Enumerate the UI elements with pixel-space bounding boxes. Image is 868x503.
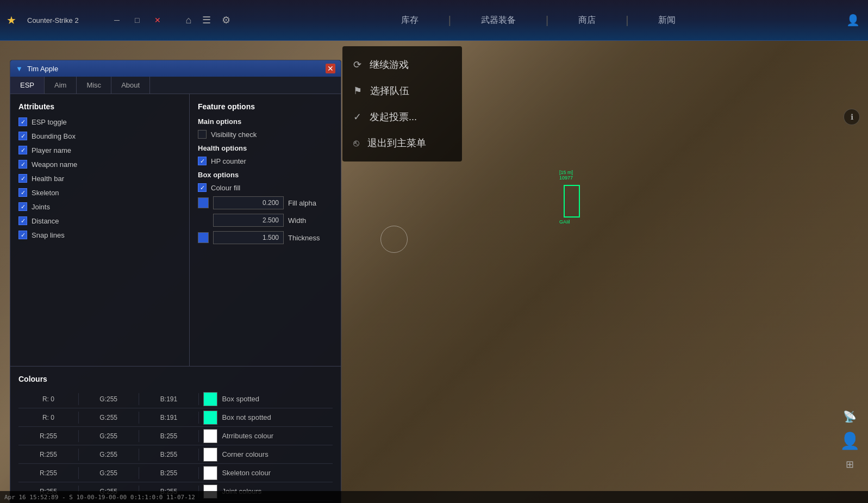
corner-r[interactable]: R:255 <box>18 449 79 461</box>
checkbox-joints[interactable] <box>18 202 27 211</box>
attr-bounding-box: Bounding Box <box>18 132 181 140</box>
menu-vote[interactable]: ✓ 发起投票... <box>342 104 462 130</box>
tab-esp[interactable]: ESP <box>10 77 45 94</box>
status-text: Apr 16 15:52:89 - S 10-00-19-00-00 0:1:1… <box>4 494 195 501</box>
checkbox-health-bar[interactable] <box>18 174 27 183</box>
maximize-button[interactable]: □ <box>132 15 142 26</box>
box-options-heading: Box options <box>198 171 333 179</box>
visibility-check-row: Visibility check <box>198 130 333 139</box>
right-side-icons: ℹ <box>844 109 860 125</box>
skeleton-colour-label: Skeleton colour <box>222 469 333 477</box>
esp-panel: ▼ Tim Apple ✕ ESP Aim Misc About Attribu… <box>10 60 341 503</box>
skeleton-colour-swatch[interactable] <box>203 466 217 480</box>
checkbox-skeleton[interactable] <box>18 188 27 197</box>
attr-snap-lines: Snap lines <box>18 231 181 239</box>
tab-misc[interactable]: Misc <box>77 77 111 94</box>
close-button[interactable]: ✕ <box>152 15 164 26</box>
skeleton-g[interactable]: G:255 <box>79 467 139 479</box>
checkbox-distance[interactable] <box>18 216 27 225</box>
box-not-spotted-g[interactable]: G:255 <box>79 412 139 424</box>
colour-fill-label: Colour fill <box>211 184 240 192</box>
profile-icon[interactable]: 👤 <box>846 14 860 27</box>
checkbox-bounding-box[interactable] <box>18 132 27 140</box>
status-bar: Apr 16 15:52:89 - S 10-00-19-00-00 0:1:1… <box>0 491 868 503</box>
attributes-r[interactable]: R:255 <box>18 430 79 442</box>
checkbox-player-name[interactable] <box>18 146 27 154</box>
box-spotted-swatch[interactable] <box>203 392 217 406</box>
fill-alpha-input[interactable] <box>213 196 284 209</box>
attr-weapon-name: Weapon name <box>18 160 181 169</box>
attr-player-name: Player name <box>18 146 181 154</box>
fill-alpha-swatch[interactable] <box>198 197 209 208</box>
box-spotted-b[interactable]: B:191 <box>139 393 199 405</box>
checkbox-snap-lines[interactable] <box>18 231 27 239</box>
nav-inventory[interactable]: 库存 <box>393 12 427 29</box>
skeleton-b[interactable]: B:255 <box>139 467 199 479</box>
info-icon: ℹ <box>844 109 860 125</box>
inventory-icon[interactable]: ☰ <box>202 14 211 26</box>
panel-triangle-icon: ▼ <box>16 65 23 73</box>
thickness-input[interactable] <box>213 231 284 244</box>
health-options-heading: Health options <box>198 144 333 152</box>
panel-title-area: ▼ Tim Apple <box>16 65 58 73</box>
nav-equipment[interactable]: 武器装备 <box>473 12 524 29</box>
home-icon[interactable]: ⌂ <box>185 15 191 26</box>
attr-esp-toggle: ESP toggle <box>18 117 181 126</box>
attributes-column: Attributes ESP toggle Bounding Box Playe… <box>10 94 190 366</box>
vote-icon: ✓ <box>353 111 361 123</box>
menu-exit[interactable]: ⎋ 退出到主菜单 <box>342 130 462 156</box>
gear-icon-br: 👤 <box>840 431 860 450</box>
attr-player-name-label: Player name <box>32 146 71 154</box>
checkbox-weapon-name[interactable] <box>18 160 27 169</box>
vote-label: 发起投票... <box>370 110 417 123</box>
nav-shop[interactable]: 商店 <box>570 12 604 29</box>
hp-counter-row: HP counter <box>198 157 333 165</box>
panel-header: ▼ Tim Apple ✕ <box>10 60 341 77</box>
attributes-b[interactable]: B:255 <box>139 430 199 442</box>
attributes-colour-label: Atrributes colour <box>222 432 333 440</box>
colour-row-attributes: R:255 G:255 B:255 Atrributes colour <box>18 427 333 445</box>
box-spotted-r[interactable]: R: 0 <box>18 393 79 405</box>
panel-close-button[interactable]: ✕ <box>326 64 335 73</box>
checkbox-visibility-check[interactable] <box>198 130 207 139</box>
tab-bar: ESP Aim Misc About <box>10 77 341 94</box>
thickness-swatch[interactable] <box>198 232 209 243</box>
nav-news[interactable]: 新闻 <box>650 12 684 29</box>
skeleton-r[interactable]: R:255 <box>18 467 79 479</box>
corner-colour-swatch[interactable] <box>203 448 217 462</box>
box-not-spotted-b[interactable]: B:191 <box>139 412 199 424</box>
attr-health-bar: Health bar <box>18 174 181 183</box>
checkbox-hp-counter[interactable] <box>198 157 207 165</box>
corner-b[interactable]: B:255 <box>139 449 199 461</box>
attr-esp-toggle-label: ESP toggle <box>32 118 67 126</box>
exit-icon: ⎋ <box>353 138 359 149</box>
box-not-spotted-label: Box not spotted <box>222 413 333 421</box>
top-bar-right: 👤 <box>846 14 868 27</box>
fill-alpha-label: Fill alpha <box>288 199 316 207</box>
corner-g[interactable]: G:255 <box>79 449 139 461</box>
expand-icon: ⊞ <box>846 458 854 470</box>
checkbox-esp-toggle[interactable] <box>18 117 27 126</box>
game-menu: ⟳ 继续游戏 ⚑ 选择队伍 ✓ 发起投票... ⎋ 退出到主菜单 <box>342 46 462 162</box>
panel-title-text: Tim Apple <box>27 65 58 73</box>
attributes-g[interactable]: G:255 <box>79 430 139 442</box>
menu-continue[interactable]: ⟳ 继续游戏 <box>342 52 462 78</box>
tab-about[interactable]: About <box>111 77 150 94</box>
main-options-heading: Main options <box>198 117 333 126</box>
menu-select-team[interactable]: ⚑ 选择队伍 <box>342 78 462 104</box>
checkbox-colour-fill[interactable] <box>198 183 207 192</box>
attr-health-bar-label: Health bar <box>32 175 64 183</box>
box-not-spotted-r[interactable]: R: 0 <box>18 412 79 424</box>
width-input[interactable] <box>213 214 284 227</box>
minimize-button[interactable]: ─ <box>111 15 122 26</box>
attributes-colour-swatch[interactable] <box>203 429 217 443</box>
app-logo-icon: ★ <box>7 14 16 27</box>
box-spotted-label: Box spotted <box>222 395 333 403</box>
attr-snap-lines-label: Snap lines <box>32 231 65 239</box>
attr-joints: Joints <box>18 202 181 211</box>
settings-icon[interactable]: ⚙ <box>222 14 230 26</box>
box-not-spotted-swatch[interactable] <box>203 411 217 425</box>
box-spotted-g[interactable]: G:255 <box>79 393 139 405</box>
tab-aim[interactable]: Aim <box>45 77 77 94</box>
esp-weapon-label: GAIil <box>559 219 570 225</box>
